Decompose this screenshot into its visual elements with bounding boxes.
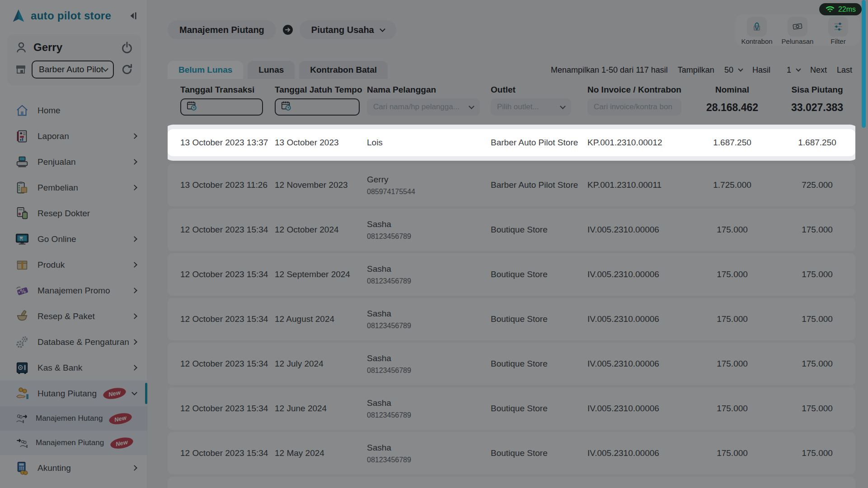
wifi-icon [825, 5, 835, 14]
latency-badge: 22ms [819, 3, 862, 15]
tour-dim-overlay [0, 0, 868, 488]
cell-tanggal-jatuh-tempo: 13 October 2023 [275, 138, 367, 148]
cell-sisa-piutang: 1.687.250 [779, 138, 855, 148]
vertical-scrollbar[interactable] [862, 0, 866, 128]
cell-no-invoice: KP.001.2310.00012 [587, 138, 685, 148]
cell-outlet: Barber Auto Pilot Store [491, 138, 587, 148]
latency-value: 22ms [838, 5, 856, 14]
cell-nominal: 1.687.250 [685, 138, 779, 148]
table-row-highlighted[interactable]: 13 October 2023 13:3713 October 2023Lois… [168, 129, 855, 156]
cell-tanggal-transaksi: 13 October 2023 13:37 [180, 138, 275, 148]
cell-nama-pelanggan: Lois [367, 138, 491, 148]
